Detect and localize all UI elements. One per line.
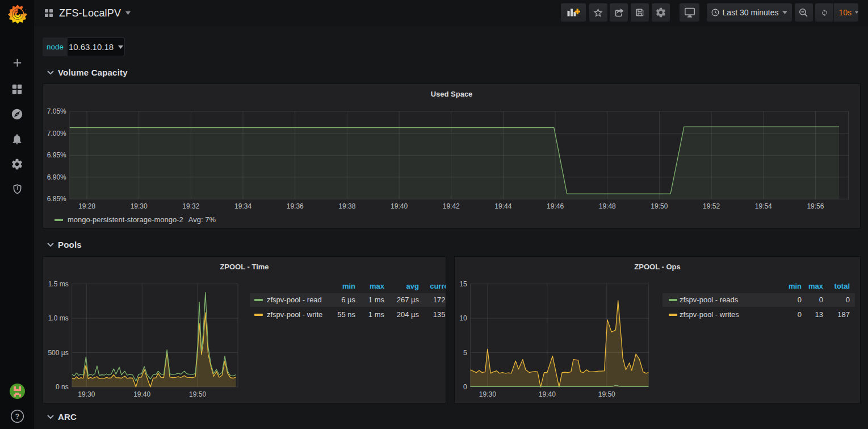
sidebar-item-alerting[interactable] (0, 130, 34, 149)
settings-button[interactable] (652, 3, 670, 22)
panel-header[interactable]: ZPOOL - Time (43, 259, 446, 274)
save-button[interactable] (631, 3, 649, 22)
gear-icon (11, 158, 23, 170)
shield-icon (11, 183, 23, 195)
sidebar: ? (0, 0, 34, 429)
panel-header[interactable]: ZPOOL - Ops (455, 259, 860, 274)
legend-swatch[interactable] (669, 314, 677, 316)
svg-text:19:42: 19:42 (443, 202, 460, 210)
legend-swatch[interactable] (54, 219, 63, 221)
refresh-interval-label: 10s (838, 8, 852, 17)
sidebar-item-create[interactable] (0, 53, 34, 72)
user-avatar (10, 384, 25, 399)
svg-text:19:36: 19:36 (287, 202, 304, 210)
divider (833, 3, 834, 22)
zoom-out-icon (798, 7, 809, 18)
apps-grid-icon (44, 9, 53, 18)
row-header-arc[interactable]: ARC (43, 408, 77, 425)
variable-value: 10.63.10.18 (69, 42, 114, 52)
panel-used-space: 19:2819:3019:3219:3419:3619:3819:4019:42… (43, 84, 861, 228)
svg-text:19:46: 19:46 (547, 202, 564, 210)
legend-column-header[interactable]: avg (379, 282, 419, 290)
favorite-button[interactable] (589, 3, 607, 22)
row-title: Volume Capacity (58, 68, 128, 77)
svg-text:0: 0 (463, 383, 467, 391)
svg-text:19:30: 19:30 (479, 390, 496, 398)
svg-text:6.95%: 6.95% (47, 151, 66, 159)
legend-series-name[interactable]: zfspv-pool - write (267, 310, 322, 319)
compass-icon (11, 108, 23, 120)
refresh-button[interactable]: 10s (815, 3, 858, 22)
svg-text:19:34: 19:34 (234, 202, 251, 210)
zoom-out-button[interactable] (795, 3, 813, 22)
row-header-volume-capacity[interactable]: Volume Capacity (43, 64, 128, 81)
legend-swatch[interactable] (669, 299, 677, 301)
sidebar-item-server-admin[interactable] (0, 180, 34, 199)
legend-column-header[interactable]: max (345, 282, 384, 290)
svg-text:19:30: 19:30 (78, 390, 95, 398)
clock-icon (711, 9, 719, 16)
legend-swatch[interactable] (254, 314, 263, 316)
legend-column-header[interactable]: total (810, 282, 850, 290)
share-icon (614, 7, 624, 18)
svg-text:19:48: 19:48 (599, 202, 616, 210)
svg-text:19:28: 19:28 (78, 202, 95, 210)
panel-header[interactable]: Used Space (43, 86, 860, 101)
variable-label: node (43, 38, 68, 56)
legend-series-name[interactable]: zfspv-pool - writes (680, 310, 739, 319)
legend: mongo-persistent-storage-mongo-2Avg: 7% (54, 215, 216, 224)
gear-icon (655, 7, 666, 18)
panel-title: ZPOOL - Time (220, 263, 269, 271)
time-range-label: Last 30 minutes (723, 8, 779, 17)
navbar: ZFS-LocalPV (34, 0, 868, 26)
panel-title: Used Space (431, 90, 473, 98)
svg-text:0 ns: 0 ns (56, 383, 69, 391)
refresh-icon (821, 7, 828, 18)
sidebar-item-help[interactable]: ? (0, 406, 34, 426)
sidebar-item-explore[interactable] (0, 105, 34, 124)
legend-column-header[interactable]: current (416, 282, 446, 290)
legend-series-name[interactable]: zfspv-pool - read (267, 295, 322, 304)
row-title: Pools (58, 240, 82, 249)
legend-value: 1 ms (345, 310, 384, 319)
caret-down-icon (118, 45, 123, 49)
time-picker-button[interactable]: Last 30 minutes (707, 3, 792, 22)
sidebar-item-dashboards[interactable] (0, 80, 34, 99)
chevron-down-icon (47, 69, 54, 76)
svg-text:500 µs: 500 µs (48, 349, 68, 357)
dashboard-title: ZFS-LocalPV (59, 7, 121, 19)
grafana-logo[interactable] (7, 3, 27, 23)
legend-value: 204 µs (379, 310, 419, 319)
dashboard-title-button[interactable]: ZFS-LocalPV (44, 0, 131, 26)
svg-text:1.5 ms: 1.5 ms (48, 280, 69, 288)
svg-text:5: 5 (463, 349, 467, 357)
svg-text:?: ? (15, 412, 19, 420)
sidebar-item-configuration[interactable] (0, 155, 34, 174)
legend-series-name[interactable]: zfspv-pool - reads (680, 295, 738, 304)
legend-series-name[interactable]: mongo-persistent-storage-mongo-2 (68, 215, 183, 224)
svg-text:6.90%: 6.90% (47, 173, 66, 181)
svg-text:19:40: 19:40 (391, 202, 408, 210)
panel-title: ZPOOL - Ops (634, 263, 680, 271)
row-header-pools[interactable]: Pools (43, 236, 82, 253)
sidebar-item-profile[interactable] (0, 381, 34, 401)
legend-series-avg: Avg: 7% (188, 215, 216, 224)
cycle-view-button[interactable] (680, 3, 699, 22)
svg-text:19:50: 19:50 (598, 390, 615, 398)
caret-down-icon (125, 11, 131, 15)
chevron-down-icon (47, 414, 54, 420)
share-button[interactable] (610, 3, 628, 22)
add-panel-button[interactable] (561, 3, 586, 22)
plus-icon (11, 56, 24, 69)
row-title: ARC (58, 412, 77, 422)
legend-value: 1 ms (345, 295, 384, 304)
svg-text:19:52: 19:52 (703, 202, 720, 210)
variable-value-dropdown[interactable]: 10.63.10.18 (68, 38, 125, 56)
save-icon (635, 7, 645, 18)
svg-text:19:56: 19:56 (807, 202, 824, 210)
dashboards-icon (11, 83, 23, 95)
svg-text:19:44: 19:44 (494, 202, 511, 210)
legend-value: 187 (810, 310, 850, 319)
legend-swatch[interactable] (254, 299, 263, 301)
svg-text:19:54: 19:54 (755, 202, 772, 210)
